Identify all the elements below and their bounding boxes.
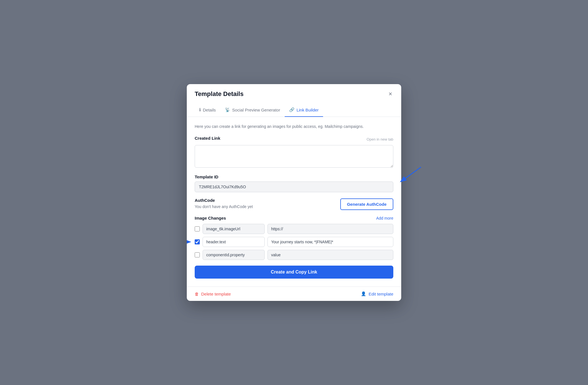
change-row-2-key[interactable] <box>203 237 265 247</box>
edit-template-button[interactable]: 👤 Edit template <box>361 291 393 296</box>
info-icon: ℹ <box>199 107 201 112</box>
close-button[interactable]: × <box>387 90 393 98</box>
description-text: Here you can create a link for generatin… <box>195 124 393 130</box>
change-row-1-value[interactable] <box>267 224 393 234</box>
tab-details[interactable]: ℹ Details <box>195 105 220 117</box>
changes-rows <box>195 224 393 260</box>
created-link-textarea[interactable] <box>195 145 393 168</box>
authcode-label: AuthCode <box>195 198 335 203</box>
modal-footer: 🗑 Delete template 👤 Edit template <box>187 286 401 301</box>
template-id-input[interactable] <box>195 181 393 192</box>
delete-template-label: Delete template <box>201 292 231 296</box>
tab-details-label: Details <box>203 108 216 112</box>
tab-social-preview-label: Social Preview Generator <box>232 108 280 112</box>
tab-link-builder-label: Link Builder <box>297 108 319 112</box>
open-in-new-tab-link[interactable]: Open in new tab <box>367 137 393 141</box>
modal-header: Template Details × <box>187 84 401 98</box>
authcode-section: AuthCode You don't have any AuthCode yet… <box>195 198 393 210</box>
authcode-status: You don't have any AuthCode yet <box>195 204 335 209</box>
tab-link-builder[interactable]: 🔗 Link Builder <box>285 105 323 117</box>
modal-backdrop: Template Details × ℹ Details 📡 Social Pr… <box>0 0 588 385</box>
delete-template-button[interactable]: 🗑 Delete template <box>195 292 231 296</box>
authcode-left: AuthCode You don't have any AuthCode yet <box>195 198 335 209</box>
change-row-3-checkbox[interactable] <box>195 252 200 257</box>
created-link-section: Created Link Open in new tab <box>195 136 393 169</box>
trash-icon: 🗑 <box>195 292 199 296</box>
change-row-1 <box>195 224 393 234</box>
change-row-2-checkbox[interactable] <box>195 239 200 244</box>
template-details-modal: Template Details × ℹ Details 📡 Social Pr… <box>187 84 401 301</box>
person-icon: 👤 <box>361 291 366 296</box>
created-link-label-row: Created Link Open in new tab <box>195 136 393 143</box>
svg-line-3 <box>401 167 421 181</box>
tab-bar: ℹ Details 📡 Social Preview Generator 🔗 L… <box>187 100 401 117</box>
change-row-1-key[interactable] <box>203 224 265 234</box>
arrow-left-row2 <box>187 237 193 247</box>
create-copy-link-button[interactable]: Create and Copy Link <box>195 266 393 279</box>
created-link-label: Created Link <box>195 136 220 141</box>
change-row-2-value[interactable] <box>267 237 393 247</box>
tab-social-preview[interactable]: 📡 Social Preview Generator <box>220 105 285 117</box>
modal-title: Template Details <box>195 90 243 98</box>
change-row-3 <box>195 250 393 260</box>
change-row-2 <box>195 237 393 247</box>
change-row-3-value[interactable] <box>267 250 393 260</box>
image-changes-label: Image Changes <box>195 216 226 220</box>
edit-template-label: Edit template <box>368 292 393 296</box>
generate-authcode-button[interactable]: Generate AuthCode <box>340 198 393 210</box>
modal-body: Here you can create a link for generatin… <box>187 117 401 286</box>
link-icon: 🔗 <box>289 107 295 112</box>
template-id-label: Template ID <box>195 174 393 179</box>
change-row-1-checkbox[interactable] <box>195 226 200 231</box>
template-id-section: Template ID <box>195 174 393 192</box>
add-more-link[interactable]: Add more <box>376 216 393 220</box>
image-changes-section: Image Changes Add more <box>195 216 393 260</box>
image-changes-header: Image Changes Add more <box>195 216 393 220</box>
social-icon: 📡 <box>225 107 230 112</box>
change-row-3-key[interactable] <box>203 250 265 260</box>
